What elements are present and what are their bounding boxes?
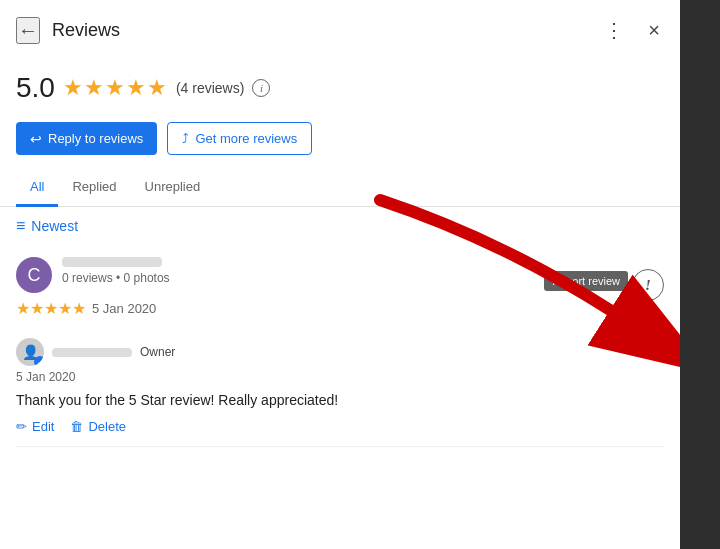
review-item: C 0 reviews • 0 photos ! Report review ★… xyxy=(16,245,664,447)
review-date: 5 Jan 2020 xyxy=(92,301,156,316)
tabs-bar: All Replied Unreplied xyxy=(0,169,680,207)
report-tooltip: Report review xyxy=(544,271,628,291)
filter-newest-label[interactable]: Newest xyxy=(31,218,78,234)
rating-section: 5.0 ★★★★★ (4 reviews) i xyxy=(0,60,680,114)
edit-reply-button[interactable]: ✏ Edit xyxy=(16,419,54,434)
owner-avatar: 👤 ✓ xyxy=(16,338,44,366)
more-reviews-label: Get more reviews xyxy=(195,131,297,146)
report-review-button[interactable]: ! xyxy=(632,269,664,301)
action-buttons: ↩ Reply to reviews ⤴ Get more reviews xyxy=(0,114,680,169)
owner-label: Owner xyxy=(140,345,175,359)
filter-icon: ≡ xyxy=(16,217,25,235)
report-icon: ! xyxy=(645,277,651,294)
reply-text: Thank you for the 5 Star review! Really … xyxy=(16,390,664,411)
owner-info: 👤 ✓ Owner xyxy=(16,338,664,366)
delete-reply-button[interactable]: 🗑 Delete xyxy=(70,419,126,434)
tab-all[interactable]: All xyxy=(16,169,58,207)
edit-icon: ✏ xyxy=(16,419,27,434)
reply-to-reviews-button[interactable]: ↩ Reply to reviews xyxy=(16,122,157,155)
reviewer-name-placeholder xyxy=(62,257,162,267)
reviewer-info: C 0 reviews • 0 photos ! Report review xyxy=(16,257,664,293)
tab-replied[interactable]: Replied xyxy=(58,169,130,207)
header-icons: ⋮ × xyxy=(600,14,664,46)
avatar: C xyxy=(16,257,52,293)
review-stars-row: ★★★★★ 5 Jan 2020 xyxy=(16,299,664,318)
back-button[interactable]: ← xyxy=(16,17,40,44)
more-options-button[interactable]: ⋮ xyxy=(600,14,628,46)
reviews-list: C 0 reviews • 0 photos ! Report review ★… xyxy=(0,245,680,549)
owner-name-placeholder xyxy=(52,348,132,357)
delete-label: Delete xyxy=(88,419,126,434)
edit-label: Edit xyxy=(32,419,54,434)
share-icon: ⤴ xyxy=(182,131,189,146)
review-count: (4 reviews) xyxy=(176,80,244,96)
rating-number: 5.0 xyxy=(16,72,55,104)
info-icon[interactable]: i xyxy=(252,79,270,97)
close-button[interactable]: × xyxy=(644,15,664,46)
reply-date: 5 Jan 2020 xyxy=(16,370,664,384)
review-stars: ★★★★★ xyxy=(16,299,86,318)
owner-reply: 👤 ✓ Owner 5 Jan 2020 Thank you for the 5… xyxy=(16,328,664,434)
tab-unreplied[interactable]: Unreplied xyxy=(131,169,215,207)
filter-bar: ≡ Newest xyxy=(0,207,680,245)
header: ← Reviews ⋮ × xyxy=(0,0,680,60)
reply-button-label: Reply to reviews xyxy=(48,131,143,146)
page-title: Reviews xyxy=(52,20,600,41)
right-sidebar xyxy=(680,0,720,549)
rating-stars: ★★★★★ xyxy=(63,75,168,101)
reply-icon: ↩ xyxy=(30,131,42,147)
verified-badge: ✓ xyxy=(34,356,44,366)
reply-actions: ✏ Edit 🗑 Delete xyxy=(16,419,664,434)
get-more-reviews-button[interactable]: ⤴ Get more reviews xyxy=(167,122,312,155)
delete-icon: 🗑 xyxy=(70,419,83,434)
